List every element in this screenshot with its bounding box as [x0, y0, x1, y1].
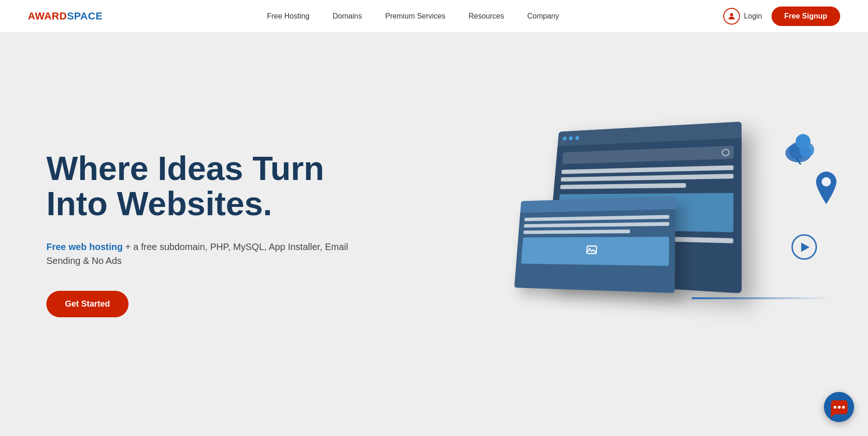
content-line-3	[560, 183, 686, 189]
get-started-button[interactable]: Get Started	[46, 291, 129, 317]
chat-dot-2	[838, 406, 841, 409]
chat-dot-3	[842, 406, 845, 409]
logo-award: AWARD	[28, 10, 67, 22]
content-line-2	[561, 174, 733, 182]
svg-point-8	[796, 134, 810, 149]
hero-illustration	[506, 95, 831, 373]
logo-space: SPACE	[67, 10, 103, 22]
chat-dot-1	[834, 406, 836, 409]
content-line-1	[561, 165, 733, 174]
header-actions: Login Free Signup	[723, 6, 840, 26]
hero-title: Where Ideas Turn Into Websites.	[46, 151, 371, 221]
nav-premium-services[interactable]: Premium Services	[385, 12, 445, 20]
nav-company[interactable]: Company	[527, 12, 559, 20]
logo[interactable]: AWARDSPACE	[28, 10, 103, 22]
browser-front-window	[514, 196, 675, 293]
live-chat-button[interactable]	[824, 392, 854, 422]
browser-searchbar	[562, 146, 733, 164]
svg-point-0	[730, 13, 733, 16]
dot-3	[575, 136, 579, 140]
hero-subtitle: Free web hosting + a free subdomain, PHP…	[46, 240, 371, 268]
main-nav: Free Hosting Domains Premium Services Re…	[267, 12, 559, 20]
user-avatar-icon	[723, 8, 740, 25]
play-button-icon	[791, 234, 817, 260]
login-section[interactable]: Login	[723, 8, 762, 25]
decorative-line	[692, 297, 831, 299]
cloud-icon	[784, 132, 822, 165]
location-pin-icon	[812, 169, 840, 206]
svg-point-9	[822, 177, 831, 186]
dot-1	[563, 136, 567, 141]
front-line-3	[523, 230, 630, 234]
hero-section: Where Ideas Turn Into Websites. Free web…	[0, 32, 868, 436]
dot-2	[569, 136, 573, 141]
nav-free-hosting[interactable]: Free Hosting	[267, 12, 309, 20]
nav-resources[interactable]: Resources	[469, 12, 504, 20]
browser-front-body	[516, 209, 675, 272]
nav-domains[interactable]: Domains	[333, 12, 362, 20]
free-signup-button[interactable]: Free Signup	[772, 6, 840, 26]
site-header: AWARDSPACE Free Hosting Domains Premium …	[0, 0, 868, 32]
hero-content: Where Ideas Turn Into Websites. Free web…	[46, 151, 371, 317]
front-image-placeholder	[521, 237, 669, 266]
chat-icon	[831, 400, 848, 414]
hero-subtitle-highlight: Free web hosting	[46, 242, 122, 252]
login-label: Login	[744, 12, 762, 20]
search-circle-icon	[722, 149, 730, 157]
front-line-2	[524, 222, 669, 228]
front-line-1	[524, 215, 669, 221]
